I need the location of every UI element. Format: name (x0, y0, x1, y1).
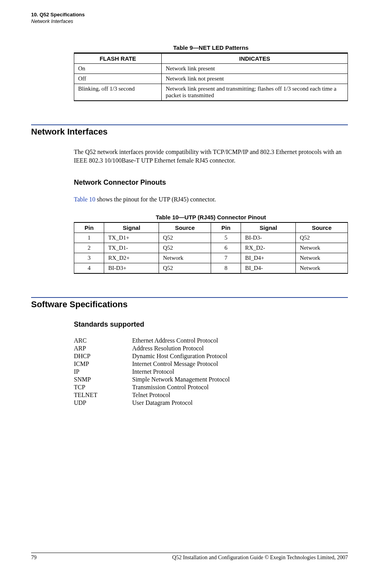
standard-abbr: ARP (74, 345, 132, 352)
table10-cell: BI-D3+ (104, 263, 159, 273)
standard-desc: Simple Network Management Protocol (132, 376, 348, 383)
heading-standards-supported: Standards supported (74, 320, 348, 329)
standard-desc: Telnet Protocol (132, 392, 348, 399)
standard-desc: User Datagram Protocol (132, 399, 348, 406)
table10-cell: BI-D3- (241, 233, 296, 243)
table10-cell: Q52 (159, 243, 211, 253)
table9-header-flashrate: FLASH RATE (74, 53, 162, 63)
standard-abbr: ARC (74, 337, 132, 344)
table9-cell: Network link present (162, 63, 348, 74)
table10-cell: 4 (74, 263, 104, 273)
standard-abbr: ICMP (74, 360, 132, 368)
table9-cell: Blinking, off 1/3 second (74, 84, 162, 101)
table10-cell: 6 (211, 243, 241, 253)
table10-cell: Q52 (296, 233, 348, 243)
table10-cell: 3 (74, 253, 104, 263)
standard-desc: Transmission Control Protocol (132, 384, 348, 391)
table9-header-indicates: INDICATES (162, 53, 348, 63)
table10-caption: Table 10—UTP (RJ45) Connector Pinout (74, 214, 348, 220)
table10-cell: RX_D2- (241, 243, 296, 253)
table10-cell: BI_D4- (241, 263, 296, 273)
standard-abbr: DHCP (74, 353, 132, 360)
table10-header-pin: Pin (211, 222, 241, 233)
table10-cell: Q52 (159, 263, 211, 273)
table10-cell: TX_D1+ (104, 233, 159, 243)
page-number: 79 (31, 555, 37, 561)
table10-cell: Network (296, 263, 348, 273)
table10-cell: 2 (74, 243, 104, 253)
table9-cell: Network link not present (162, 74, 348, 84)
paragraph: The Q52 network interfaces provide compa… (74, 148, 348, 165)
paragraph: Table 10 shows the pinout for the UTP (R… (74, 195, 348, 204)
table10-cell: 8 (211, 263, 241, 273)
page-footer: 79 Q52 Installation and Configuration Gu… (31, 553, 348, 561)
table10-cell: RX_D2+ (104, 253, 159, 263)
standard-abbr: UDP (74, 399, 132, 406)
table10-header-source: Source (296, 222, 348, 233)
standard-abbr: IP (74, 368, 132, 375)
table10-cell: 7 (211, 253, 241, 263)
standard-desc: Ethernet Address Control Protocol (132, 337, 348, 344)
table10-header-signal: Signal (241, 222, 296, 233)
table10-cell: Network (296, 253, 348, 263)
table10-cell: 5 (211, 233, 241, 243)
standard-desc: Address Resolution Protocol (132, 345, 348, 352)
heading-software-specifications: Software Specifications (31, 299, 348, 310)
table10-cell: TX_D1- (104, 243, 159, 253)
standards-list: ARCEthernet Address Control Protocol ARP… (74, 337, 348, 406)
table10-cell: Q52 (159, 233, 211, 243)
footer-text: Q52 Installation and Configuration Guide… (172, 555, 348, 561)
table10-cell: Network (296, 243, 348, 253)
table10-cell: BI_D4+ (241, 253, 296, 263)
table10-cell: Network (159, 253, 211, 263)
standard-desc: Internet Control Message Protocol (132, 360, 348, 368)
running-header-section: Network Interfaces (31, 18, 348, 25)
standard-abbr: SNMP (74, 376, 132, 383)
running-header: 10. Q52 Specifications Network Interface… (31, 12, 348, 25)
heading-network-interfaces: Network Interfaces (31, 127, 348, 137)
running-header-chapter: 10. Q52 Specifications (31, 12, 348, 18)
table9-caption: Table 9—NET LED Patterns (74, 44, 348, 51)
crossref-link[interactable]: Table 10 (74, 196, 95, 203)
table9-cell: Network link present and transmitting; f… (162, 84, 348, 101)
paragraph-text: shows the pinout for the UTP (RJ45) conn… (95, 196, 216, 203)
table9-cell: Off (74, 74, 162, 84)
standard-abbr: TELNET (74, 392, 132, 399)
heading-connector-pinouts: Network Connector Pinouts (74, 178, 348, 187)
table9: FLASH RATE INDICATES On Network link pre… (74, 52, 348, 101)
table10-header-source: Source (159, 222, 211, 233)
table9-cell: On (74, 63, 162, 74)
table10-header-pin: Pin (74, 222, 104, 233)
table10-cell: 1 (74, 233, 104, 243)
standard-desc: Dynamic Host Configuration Protocol (132, 353, 348, 360)
table10: Pin Signal Source Pin Signal Source 1 TX… (74, 222, 348, 274)
standard-desc: Internet Protocol (132, 368, 348, 375)
standard-abbr: TCP (74, 384, 132, 391)
table10-header-signal: Signal (104, 222, 159, 233)
